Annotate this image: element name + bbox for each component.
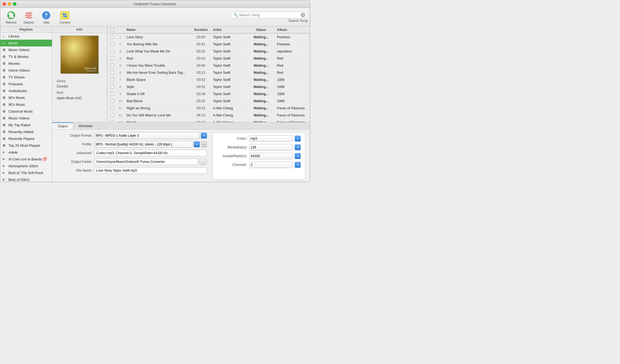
search-bar[interactable]: 🔍 ✕ [231,12,308,18]
sidebar-item-90s-music-2[interactable]: ⚙90's Music [0,101,52,108]
row-checkbox-wrap[interactable] [108,35,116,39]
sidebar-item-tv-movies[interactable]: ⚙TV & Movies [0,53,52,60]
sidebar-item-recently-played[interactable]: ⚙Recently Played [0,135,52,142]
sidebar-item-atmospheric-glitch[interactable]: ≡Atmospheric Glitch [0,163,52,169]
sidebar-item-library[interactable]: ♪Library [0,33,52,40]
row-checkbox[interactable] [110,92,114,96]
row-checkbox[interactable] [110,42,114,46]
row-checkbox-wrap[interactable] [108,71,116,74]
file-name-input[interactable] [94,167,207,174]
close-button[interactable] [2,2,6,6]
sidebar-item-best-70s[interactable]: ≡Best of '70s Soft Rock [0,169,52,176]
sidebar-label-classical: Classical Music [8,109,33,113]
codec-arrow[interactable]: ▾ [295,136,301,142]
row-checkbox-wrap[interactable] [108,113,116,117]
maximize-button[interactable] [13,2,16,6]
select-all-checkbox[interactable] [110,28,114,32]
sidebar-item-top-25[interactable]: ⚙Top 25 Most Played [0,142,52,149]
sidebar-icon-al-cien: ≡ [2,157,7,161]
channels-arrow[interactable]: ▾ [295,162,301,168]
table-row[interactable]: 7 Blank Space 03:52 Taylor Swift Waiting… [108,76,310,83]
row-checkbox-wrap[interactable] [108,42,116,46]
search-input[interactable] [239,13,300,17]
row-artist: Taylor Swift [212,35,247,39]
row-checkbox[interactable] [110,57,114,60]
sidebar-item-al-cien[interactable]: ≡Al Cien con la Banda 💯 [0,156,52,163]
svg-point-4 [29,12,31,14]
sidebar-item-podcasts[interactable]: ⚙Podcasts [0,81,52,87]
output-format-arrow[interactable]: ▾ [201,133,207,139]
sidebar-item-best-glitch[interactable]: ≡Best of Glitch [0,176,52,182]
table-row[interactable]: 8 Style 03:51 Taylor Swift Waiting... 19… [108,83,310,90]
tab-metadata[interactable]: Metadata [73,122,98,129]
row-checkbox[interactable] [110,64,114,67]
table-row[interactable]: 11 Right as Wrong 03:33 A-Mei Chang Wait… [108,105,310,112]
sidebar-item-tv-shows[interactable]: ⚙TV Shows [0,74,52,81]
sidebar-item-music-videos[interactable]: ⚙Music Videos [0,46,52,53]
row-checkbox[interactable] [110,71,114,74]
codec-select[interactable]: mp3 [249,135,293,142]
table-row[interactable]: 5 I Knew You Were Trouble 03:40 Taylor S… [108,62,310,69]
sidebar-item-music[interactable]: ♫Music [0,40,52,46]
profile-minus[interactable]: − [201,141,207,147]
refresh-button[interactable]: Refresh [2,9,20,25]
sidebar-item-my-top-rated[interactable]: ⚙My Top Rated [0,122,52,128]
row-checkbox[interactable] [110,99,114,103]
search-clear-button[interactable]: ✕ [301,13,305,17]
sidebar-label-music: Music [8,41,18,45]
row-checkbox-wrap[interactable] [108,92,116,96]
bitrate-arrow[interactable]: ▾ [295,144,301,150]
profile-select[interactable]: MP3 - Normal Quality( 44100 Hz, stereo ,… [94,141,193,148]
table-row[interactable]: 13 March 03:48 A-Mei Chang Waiting... Fa… [108,119,310,122]
sidebar-item-music-videos-2[interactable]: ⚙Music Videos [0,115,52,122]
sidebar-item-audiobooks[interactable]: ⚙Audiobooks [0,87,52,94]
row-checkbox-wrap[interactable] [108,106,116,110]
table-row[interactable]: 12 Do You Still Want to Love Me 06:15 A-… [108,112,310,119]
row-checkbox[interactable] [110,113,114,117]
row-checkbox-wrap[interactable] [108,57,116,60]
output-format-select[interactable]: MP3 - MPEG-1 Audio Layer 3 [94,132,200,139]
table-row[interactable]: 6 We Are Never Ever Getting Back Tog... … [108,69,310,76]
table-row[interactable]: 2 You Belong With Me 03:51 Taylor Swift … [108,41,310,48]
row-status: Waiting... [247,113,275,117]
row-album: Red [275,71,310,75]
convert-button[interactable]: Convert [55,9,75,25]
table-row[interactable]: 4 Red 03:43 Taylor Swift Waiting... Red [108,55,310,62]
channels-select[interactable]: 2 [249,162,293,168]
row-checkbox-wrap[interactable] [108,99,116,103]
row-checkbox-wrap[interactable] [108,64,116,67]
advanced-input[interactable] [94,150,207,156]
sidebar-item-classical[interactable]: ⚙Classical Music [0,108,52,115]
sidebar-item-movies[interactable]: ⚙Movies [0,60,52,67]
codec-value: mp3 [251,137,291,140]
row-checkbox-wrap[interactable] [108,49,116,53]
bottom-content: Output Format: MP3 - MPEG-1 Audio Layer … [52,130,310,182]
minimize-button[interactable] [8,2,11,6]
bitrate-select[interactable]: 128 [249,144,293,151]
profile-arrow[interactable]: ▾ [194,141,200,147]
row-checkbox[interactable] [110,78,114,81]
sidebar-item-90s-music[interactable]: ⚙90's Music [0,94,52,101]
table-row[interactable]: 9 Shake It Off 03:39 Taylor Swift Waitin… [108,90,310,98]
tab-output[interactable]: Output [52,122,73,129]
row-checkbox[interactable] [110,106,114,110]
browse-button[interactable]: ... [199,158,207,165]
table-row[interactable]: 1 Love Story 03:55 Taylor Swift Waiting.… [108,34,310,41]
samplerate-arrow[interactable]: ▾ [295,153,301,159]
row-checkbox-wrap[interactable] [108,85,116,89]
table-row[interactable]: 3 Look What You Made Me Do 03:32 Taylor … [108,48,310,55]
row-name: Right as Wrong [124,106,190,110]
options-button[interactable]: Options [20,9,37,25]
row-checkbox[interactable] [110,49,114,53]
sidebar-item-adele[interactable]: ≡Adele [0,149,52,156]
file-name-label: File Name: [57,169,92,172]
sidebar-item-home-videos[interactable]: ⚙Home Videos [0,67,52,74]
samplerate-select[interactable]: 44100 [249,153,293,159]
sidebar-item-recently-added[interactable]: ⚙Recently Added [0,128,52,135]
row-checkbox-wrap[interactable] [108,78,116,81]
help-button[interactable]: ? Help [37,9,55,25]
row-checkbox[interactable] [110,85,114,89]
output-folder-input[interactable] [94,158,198,165]
table-row[interactable]: 10 Bad Blood 03:32 Taylor Swift Waiting.… [108,98,310,105]
row-checkbox[interactable] [110,35,114,39]
